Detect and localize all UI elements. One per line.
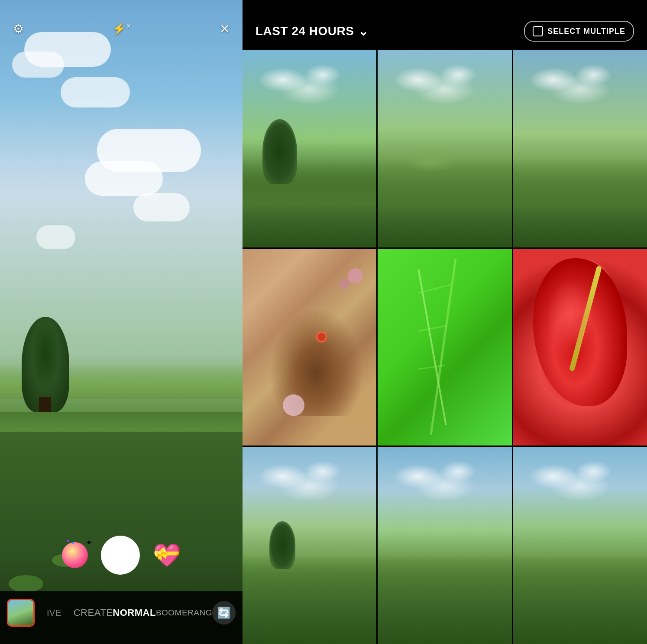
- gallery-panel: LAST 24 HOURS ⌄ SELECT MULTIPLE: [243, 0, 647, 644]
- photo-8-terrain: [378, 555, 511, 644]
- cloud-7: [36, 225, 75, 249]
- photo-7-clouds: [243, 447, 376, 545]
- cloud-6: [133, 193, 190, 221]
- bird-eye: [316, 332, 327, 342]
- photo-2-hill: [404, 146, 456, 172]
- flash-icon[interactable]: ⚡✕: [112, 22, 131, 36]
- select-multiple-button[interactable]: SELECT MULTIPLE: [524, 21, 634, 42]
- photo-cell-7[interactable]: [243, 447, 376, 644]
- photo-7-tree: [269, 521, 295, 569]
- gallery-title-text: LAST 24 HOURS: [256, 24, 354, 38]
- cloud-2: [12, 52, 64, 78]
- bird-body: [269, 308, 363, 416]
- photo-grid: [243, 50, 647, 644]
- photo-cell-9[interactable]: [513, 447, 647, 644]
- stickers-row: ✦ ● ● 💝: [0, 536, 243, 575]
- garden-patch-1: [9, 575, 43, 592]
- select-multiple-label: SELECT MULTIPLE: [547, 27, 625, 36]
- cloud-5: [85, 161, 163, 196]
- photo-cell-6[interactable]: [513, 249, 647, 446]
- photo-image-9: [513, 447, 647, 644]
- photo-cell-4[interactable]: [243, 249, 376, 446]
- camera-top-controls: ⚙ ⚡✕ ✕: [0, 22, 243, 36]
- flip-camera-button[interactable]: 🔄: [212, 601, 236, 624]
- photo-1-tree: [262, 119, 297, 184]
- photo-2-clouds: [378, 50, 511, 149]
- photo-cell-5[interactable]: [378, 249, 511, 446]
- photo-image-8: [378, 447, 511, 644]
- camera-mode-bar: IVE CREATE NORMAL BOOMERANG 🔄: [0, 591, 243, 644]
- mode-live[interactable]: IVE: [35, 608, 74, 618]
- photo-cell-2[interactable]: [378, 50, 511, 247]
- gallery-header: LAST 24 HOURS ⌄ SELECT MULTIPLE: [243, 0, 647, 50]
- close-icon[interactable]: ✕: [220, 22, 230, 36]
- photo-3-clouds: [513, 50, 647, 149]
- photo-image-7: [243, 447, 376, 644]
- settings-icon[interactable]: ⚙: [13, 22, 24, 36]
- photo-image-5: [378, 249, 511, 446]
- cloud-3: [61, 77, 130, 107]
- photo-9-clouds: [513, 447, 647, 545]
- photo-image-4: [243, 249, 376, 446]
- photo-1-terrain: [243, 159, 376, 247]
- photo-9-terrain: [513, 555, 647, 644]
- flower-1: [283, 394, 304, 416]
- gallery-title-button[interactable]: LAST 24 HOURS ⌄: [256, 24, 368, 39]
- photo-8-clouds: [378, 447, 511, 545]
- heart-sticker[interactable]: 💝: [153, 544, 181, 566]
- shutter-button[interactable]: [101, 536, 140, 575]
- camera-panel: ⚙ ⚡✕ ✕ ✦ ● ● 💝 IVE CREATE: [0, 0, 243, 644]
- camera-bottom-bar: IVE CREATE NORMAL BOOMERANG 🔄: [0, 591, 243, 644]
- photo-3-terrain: [513, 159, 647, 247]
- photo-cell-8[interactable]: [378, 447, 511, 644]
- mode-boomerang[interactable]: BOOMERANG: [156, 608, 212, 618]
- chevron-down-icon: ⌄: [358, 24, 368, 39]
- photo-image-6: [513, 249, 647, 446]
- leaf-vein: [378, 249, 511, 446]
- photo-cell-3[interactable]: [513, 50, 647, 247]
- mode-create[interactable]: CREATE: [74, 607, 113, 618]
- spathe-highlight: [547, 278, 593, 357]
- photo-7-terrain: [243, 555, 376, 644]
- photo-image-2: [378, 50, 511, 247]
- photo-image-1: [243, 50, 376, 247]
- gallery-thumb-image: [8, 600, 33, 625]
- photo-image-3: [513, 50, 647, 247]
- mode-normal[interactable]: NORMAL: [113, 607, 156, 618]
- photo-1-clouds: [243, 50, 376, 149]
- balloon-sticker[interactable]: ✦ ● ●: [62, 542, 88, 568]
- select-multiple-icon: [533, 26, 543, 36]
- flip-camera-icon: 🔄: [217, 606, 231, 620]
- gallery-thumbnail[interactable]: [7, 599, 35, 627]
- photo-cell-1[interactable]: [243, 50, 376, 247]
- camera-viewfinder: ⚙ ⚡✕ ✕ ✦ ● ● 💝 IVE CREATE: [0, 0, 243, 644]
